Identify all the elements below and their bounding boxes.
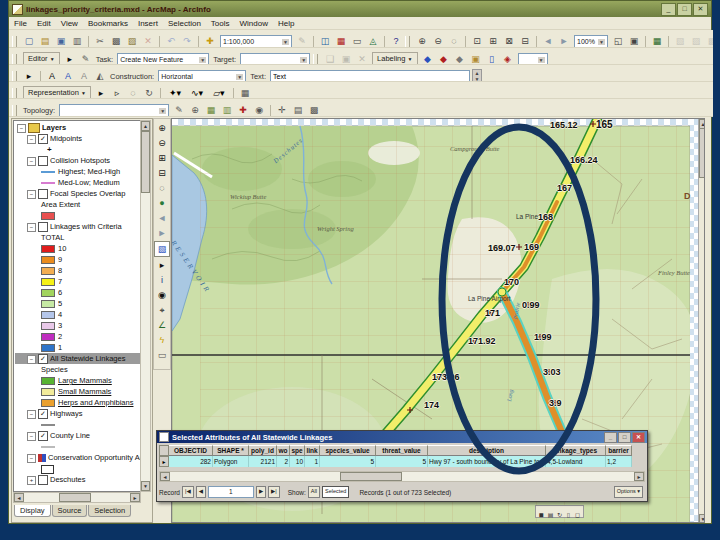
- zoom-100-percent-icon[interactable]: ⊞: [486, 35, 500, 48]
- toc-horizontal-scrollbar[interactable]: ◄ ►: [13, 492, 141, 503]
- toc-layer-county-line[interactable]: −County Line: [15, 430, 140, 441]
- zoom-in-layout-icon[interactable]: ⊕: [415, 35, 429, 48]
- select-representation-icon[interactable]: ▸: [94, 87, 108, 99]
- label-manager-icon[interactable]: ◆: [421, 53, 435, 65]
- delete-annotation-icon[interactable]: ✕: [355, 53, 369, 65]
- select-elements-icon[interactable]: ▸: [155, 258, 169, 272]
- go-back-extent-icon[interactable]: ◄: [541, 35, 555, 48]
- edit-annotation-arrow-icon[interactable]: ▸: [22, 70, 36, 82]
- toc-layer-linkages-criteria[interactable]: −Linkages with Criteria: [15, 221, 140, 232]
- go-to-xy-icon[interactable]: ⌖: [155, 303, 169, 317]
- annotation-properties-icon[interactable]: ▣: [339, 53, 353, 65]
- cell-link[interactable]: 1: [305, 456, 320, 467]
- column-header-objectid[interactable]: OBJECTID: [169, 445, 213, 456]
- view-unplaced-labels-icon[interactable]: ◈: [501, 53, 515, 65]
- toc-layer-highways[interactable]: −Highways: [15, 408, 140, 419]
- layer-checkbox[interactable]: [38, 156, 48, 166]
- collapse-icon[interactable]: −: [27, 454, 36, 463]
- save-map-icon[interactable]: ▣: [54, 35, 68, 48]
- window-titlebar[interactable]: linkages_priority_criteria.mxd - ArcMap …: [9, 1, 711, 17]
- validate-topology-area-icon[interactable]: ▦: [204, 104, 218, 117]
- dim-tool-3-icon[interactable]: ▩: [705, 35, 713, 48]
- direct-select-representation-icon[interactable]: ▹: [110, 87, 124, 99]
- data-frame-properties-icon[interactable]: ▦: [650, 35, 664, 48]
- construct-features-icon[interactable]: ⊕: [188, 104, 202, 117]
- scrollbar-thumb[interactable]: [59, 493, 91, 502]
- layer-checkbox[interactable]: [38, 189, 48, 199]
- collapse-icon[interactable]: −: [27, 410, 36, 419]
- row-selector[interactable]: ▸: [159, 456, 169, 467]
- find-icon[interactable]: ◉: [155, 288, 169, 302]
- column-header-shape-[interactable]: SHAPE *: [213, 445, 249, 456]
- task-combo[interactable]: Create New Feature▼: [117, 53, 209, 65]
- menu-bookmarks[interactable]: Bookmarks: [88, 19, 128, 28]
- validate-topology-visible-icon[interactable]: ▥: [220, 104, 234, 117]
- column-header-wo[interactable]: wo: [277, 445, 290, 456]
- menu-window[interactable]: Window: [240, 19, 268, 28]
- chevron-down-icon[interactable]: ▼: [159, 108, 166, 114]
- fixed-zoom-out-icon[interactable]: ⊟: [155, 166, 169, 180]
- editor-toolbar-toggle-icon[interactable]: ✎: [295, 35, 309, 48]
- label-weight-ranking-icon[interactable]: ◆: [453, 53, 467, 65]
- target-combo[interactable]: ▼: [240, 53, 310, 65]
- table-horizontal-scrollbar[interactable]: ◄ ►: [159, 471, 645, 482]
- fix-topology-error-icon[interactable]: ✚: [236, 104, 250, 117]
- menu-tools[interactable]: Tools: [211, 19, 230, 28]
- new-splined-text-icon[interactable]: A: [77, 70, 91, 82]
- chevron-down-icon[interactable]: ▼: [300, 57, 307, 63]
- representation-menu-button[interactable]: Representation ▼: [23, 86, 91, 99]
- layer-checkbox[interactable]: [38, 431, 48, 441]
- zoom-out-icon[interactable]: ⊖: [155, 136, 169, 150]
- forward-extent-icon[interactable]: ►: [155, 226, 169, 240]
- layer-checkbox[interactable]: [38, 409, 48, 419]
- scroll-left-icon[interactable]: ◄: [160, 472, 170, 481]
- arc-catalog-icon[interactable]: ◫: [318, 35, 332, 48]
- focus-data-frame-icon[interactable]: ▣: [627, 35, 641, 48]
- first-record-button[interactable]: |◀: [182, 486, 194, 498]
- representation-properties-icon[interactable]: ▦: [238, 87, 252, 99]
- toc-layer-conservation-opportunity[interactable]: −Conservation Opportunity Are: [15, 452, 140, 463]
- new-map-icon[interactable]: ▢: [22, 35, 36, 48]
- scroll-down-icon[interactable]: ▼: [699, 514, 705, 523]
- scroll-left-icon[interactable]: ◄: [14, 493, 24, 502]
- cell-species-value[interactable]: 5: [320, 456, 376, 467]
- cell-linkage-types[interactable]: 4,5-Lowland: [546, 456, 606, 467]
- zoom-whole-page-icon[interactable]: ⊡: [470, 35, 484, 48]
- toc-layer-all-statewide-linkages[interactable]: −All Statewide Linkages: [15, 353, 140, 364]
- column-header-spe[interactable]: spe: [290, 445, 305, 456]
- erase-tool-icon[interactable]: ▱▾: [209, 87, 229, 99]
- cut-icon[interactable]: ✂: [93, 35, 107, 48]
- record-number-input[interactable]: 1: [208, 486, 254, 498]
- close-button[interactable]: ✕: [693, 3, 708, 16]
- full-extent-icon[interactable]: ●: [155, 196, 169, 210]
- chevron-down-icon[interactable]: ▼: [236, 74, 243, 80]
- scroll-down-icon[interactable]: ▼: [141, 481, 150, 491]
- hyperlink-icon[interactable]: ϟ: [155, 333, 169, 347]
- collapse-icon[interactable]: −: [17, 124, 26, 133]
- map-topology-icon[interactable]: ▤: [291, 104, 305, 117]
- scrollbar-thumb[interactable]: [699, 128, 705, 178]
- attribute-table-row[interactable]: ▸282Polygon2121210155Hwy 97 - south boun…: [159, 456, 645, 467]
- shared-features-icon[interactable]: ▩: [307, 104, 321, 117]
- toolbar-grip[interactable]: [12, 88, 17, 99]
- new-leader-annotation-icon[interactable]: ◭: [93, 70, 107, 82]
- error-inspector-icon[interactable]: ◉: [252, 104, 266, 117]
- cell-description[interactable]: Hwy 97 - south boundary of La Pine to wo…: [428, 456, 546, 467]
- toc-tab-display[interactable]: Display: [14, 505, 51, 517]
- cell-wo[interactable]: 2: [277, 456, 290, 467]
- scroll-right-icon[interactable]: ►: [130, 493, 140, 502]
- topology-edit-tool-icon[interactable]: ✎: [172, 104, 186, 117]
- scroll-up-icon[interactable]: ▲: [141, 121, 150, 131]
- data-view-icon[interactable]: ◼: [537, 511, 546, 520]
- toolbar-grip[interactable]: [12, 36, 17, 48]
- editor-menu-button[interactable]: Editor ▼: [23, 52, 60, 65]
- toolbar-grip[interactable]: [12, 105, 17, 117]
- delete-icon[interactable]: ✕: [141, 35, 155, 48]
- column-header-poly-id[interactable]: poly_id: [249, 445, 277, 456]
- map-vertical-scrollbar[interactable]: ▲ ▼: [698, 119, 705, 523]
- column-header-barrier[interactable]: barrier: [606, 445, 632, 456]
- toc-layer-collision-hotspots[interactable]: −Collision Hotspots: [15, 155, 140, 166]
- toc-layer-midpoints[interactable]: −Midpoints: [15, 133, 140, 144]
- show-all-button[interactable]: All: [308, 486, 320, 498]
- cell-barrier[interactable]: 1,2: [606, 456, 632, 467]
